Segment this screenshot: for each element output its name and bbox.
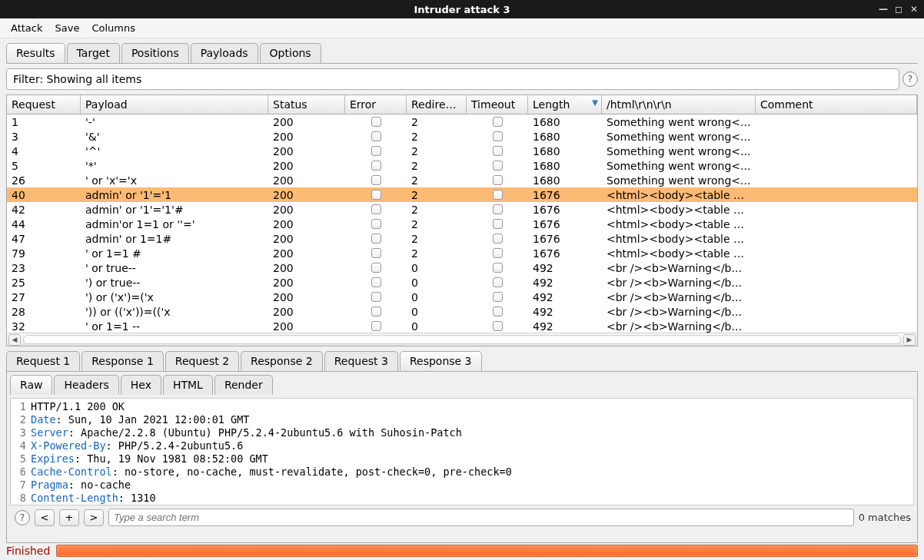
col-length[interactable]: Length ▼ [528, 95, 602, 114]
timeout-checkbox [493, 190, 503, 200]
request-response-tabs: Request 1 Response 1 Request 2 Response … [6, 346, 918, 371]
search-input[interactable] [108, 509, 854, 526]
search-bar: ? < + > 0 matches [7, 505, 917, 529]
close-button[interactable]: ✕ [909, 4, 919, 15]
timeout-checkbox [493, 161, 503, 171]
table-row[interactable]: 3'&'20021680Something went wrong<... [7, 129, 917, 144]
tab-results[interactable]: Results [6, 43, 65, 63]
results-panel: Filter: Showing all items ? Request Payl… [6, 63, 918, 543]
tab-target[interactable]: Target [67, 43, 120, 63]
scroll-right-icon[interactable]: ▶ [903, 334, 916, 346]
table-row[interactable]: 47admin' or 1=1#20021676<html><body><tab… [7, 231, 917, 246]
table-row[interactable]: 79' or 1=1 #20021676<html><body><table w… [7, 246, 917, 260]
tab-request-2[interactable]: Request 2 [165, 351, 239, 371]
table-row[interactable]: 1'-'20021680Something went wrong<... [7, 114, 917, 129]
error-checkbox [371, 146, 381, 156]
error-checkbox [371, 321, 381, 331]
error-checkbox [371, 204, 381, 214]
search-match-count: 0 matches [859, 512, 912, 523]
error-checkbox [371, 131, 381, 141]
table-row[interactable]: 27') or ('x')=('x2000492<br /><b>Warning… [7, 290, 917, 304]
table-row[interactable]: 32' or 1=1 --2000492<br /><b>Warning</b.… [7, 319, 917, 333]
error-checkbox [371, 277, 381, 287]
timeout-checkbox [493, 175, 503, 185]
tab-payloads[interactable]: Payloads [191, 43, 258, 63]
error-checkbox [371, 248, 381, 258]
response-panel: Raw Headers Hex HTML Render 12345678 HTT… [6, 371, 918, 543]
menu-columns[interactable]: Columns [87, 21, 140, 35]
error-checkbox [371, 190, 381, 200]
tab-positions[interactable]: Positions [121, 43, 189, 63]
timeout-checkbox [493, 292, 503, 302]
viewtab-raw[interactable]: Raw [10, 375, 52, 395]
table-row[interactable]: 4'^'20021680Something went wrong<... [7, 144, 917, 158]
view-tabs: Raw Headers Hex HTML Render [7, 372, 917, 395]
scroll-left-icon[interactable]: ◀ [8, 334, 21, 346]
col-error[interactable]: Error [345, 95, 407, 114]
timeout-checkbox [493, 321, 503, 331]
timeout-checkbox [493, 248, 503, 258]
search-add-button[interactable]: + [59, 509, 79, 526]
main-tab-bar: Results Target Positions Payloads Option… [0, 38, 924, 63]
scroll-track[interactable] [23, 335, 901, 344]
col-comment[interactable]: Comment [756, 95, 917, 114]
line-gutter: 12345678 [11, 399, 31, 505]
table-row[interactable]: 42admin' or '1'='1'#20021676<html><body>… [7, 202, 917, 217]
menu-attack[interactable]: Attack [6, 21, 48, 35]
table-row[interactable]: 5'*'20021680Something went wrong<... [7, 158, 917, 173]
table-row[interactable]: 28')) or (('x'))=(('x2000492<br /><b>War… [7, 304, 917, 319]
timeout-checkbox [493, 307, 503, 316]
progress-bar [56, 545, 918, 557]
viewtab-html[interactable]: HTML [163, 375, 213, 395]
viewtab-render[interactable]: Render [214, 375, 273, 395]
col-request[interactable]: Request [7, 95, 81, 114]
window-titlebar: Intruder attack 3 — ◻ ✕ [0, 0, 924, 18]
col-redirections[interactable]: Redirec... [407, 95, 467, 114]
table-row[interactable]: 23' or true--2000492<br /><b>Warning</b.… [7, 260, 917, 275]
results-table: Request Payload Status Error Redirec... … [6, 94, 918, 346]
error-checkbox [371, 175, 381, 185]
raw-response-view[interactable]: 12345678 HTTP/1.1 200 OK Date: Sun, 10 J… [10, 398, 914, 505]
table-row[interactable]: 44admin'or 1=1 or ''='20021676<html><bod… [7, 217, 917, 231]
viewtab-headers[interactable]: Headers [54, 375, 118, 395]
col-timeout[interactable]: Timeout [467, 95, 528, 114]
table-body[interactable]: 1'-'20021680Something went wrong<...3'&'… [7, 114, 917, 333]
filter-bar[interactable]: Filter: Showing all items [6, 68, 899, 90]
table-row[interactable]: 25') or true--2000492<br /><b>Warning</b… [7, 275, 917, 290]
tab-response-1[interactable]: Response 1 [81, 351, 164, 371]
sort-indicator-icon: ▼ [592, 98, 598, 107]
window-title: Intruder attack 3 [414, 4, 510, 15]
error-checkbox [371, 219, 381, 229]
window-controls: — ◻ ✕ [878, 0, 919, 18]
error-checkbox [371, 161, 381, 171]
minimize-button[interactable]: — [878, 4, 889, 15]
help-icon[interactable]: ? [902, 71, 918, 87]
tab-response-3[interactable]: Response 3 [400, 351, 482, 371]
col-payload[interactable]: Payload [81, 95, 268, 114]
error-checkbox [371, 234, 381, 244]
table-row[interactable]: 26' or 'x'='x20021680Something went wron… [7, 173, 917, 187]
col-status[interactable]: Status [268, 95, 345, 114]
search-help-icon[interactable]: ? [15, 510, 30, 525]
search-prev-button[interactable]: < [35, 509, 55, 526]
search-next-button[interactable]: > [84, 509, 104, 526]
menubar: Attack Save Columns [0, 18, 924, 38]
maximize-button[interactable]: ◻ [893, 4, 904, 15]
horizontal-scrollbar[interactable]: ◀ ▶ [7, 333, 917, 346]
status-label: Finished [6, 545, 50, 557]
error-checkbox [371, 263, 381, 273]
tab-request-1[interactable]: Request 1 [6, 351, 80, 371]
tab-request-3[interactable]: Request 3 [324, 351, 398, 371]
response-text[interactable]: HTTP/1.1 200 OK Date: Sun, 10 Jan 2021 1… [31, 399, 512, 505]
tab-response-2[interactable]: Response 2 [241, 351, 323, 371]
menu-save[interactable]: Save [51, 21, 85, 35]
error-checkbox [371, 307, 381, 316]
tab-options[interactable]: Options [260, 43, 321, 63]
viewtab-hex[interactable]: Hex [121, 375, 161, 395]
col-extract[interactable]: /html\r\n\r\n [602, 95, 756, 114]
table-row[interactable]: 40admin' or '1'='120021676<html><body><t… [7, 187, 917, 202]
col-length-label: Length [533, 98, 570, 111]
timeout-checkbox [493, 131, 503, 141]
timeout-checkbox [493, 234, 503, 244]
timeout-checkbox [493, 146, 503, 156]
